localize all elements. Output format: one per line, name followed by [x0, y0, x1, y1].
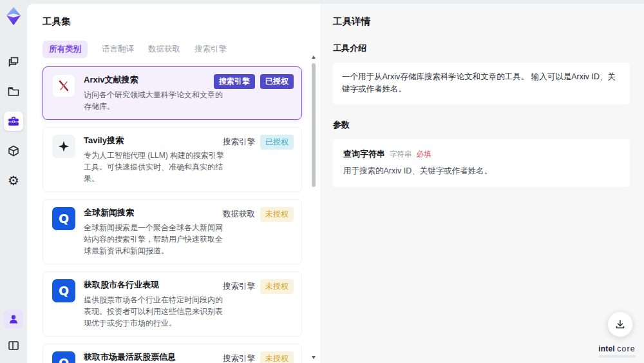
auth-badge: 未授权 [260, 279, 294, 294]
main-content: 工具集 所有类别 语言翻译 数据获取 搜索引擎 A [27, 4, 644, 363]
four-point-star-icon [52, 135, 75, 158]
category-badge: 搜索引擎 [214, 74, 255, 89]
tool-card-global-news[interactable]: Q 全球新闻搜索 全球新闻搜索是一个聚合全球各大新闻网站内容的搜索引擎，帮助用户… [43, 199, 302, 264]
tool-description: 提供股票市场各个行业在特定时间段内的表现。投资者可以利用这些信息来识别表现优于或… [84, 294, 227, 329]
tab-data-fetch[interactable]: 数据获取 [148, 41, 180, 58]
chat-icon[interactable] [4, 52, 23, 72]
category-label: 搜索引擎 [223, 137, 255, 148]
blue-q-logo-icon: Q [52, 207, 75, 230]
scrollbar-down-arrow[interactable] [312, 356, 316, 359]
tool-card-arxiv[interactable]: Arxiv文献搜索 访问各个研究领域大量科学论文和文章的存储库。 搜索引擎 已授… [43, 66, 302, 120]
intro-heading: 工具介绍 [333, 43, 630, 54]
user-icon[interactable] [4, 309, 23, 329]
tab-all-categories[interactable]: 所有类别 [43, 41, 88, 58]
arxiv-x-logo-icon [52, 74, 75, 97]
q-logo-letter: Q [59, 211, 69, 226]
param-type: 字符串 [390, 150, 412, 159]
core-logo-text: core [617, 344, 636, 353]
blue-q-logo-icon: Q [52, 279, 75, 302]
tool-card-stock-sectors[interactable]: Q 获取股市各行业表现 提供股票市场各个行业在特定时间段内的表现。投资者可以利用… [43, 271, 302, 337]
auth-badge: 未授权 [260, 207, 294, 222]
sidebar-bottom [4, 309, 23, 355]
category-label: 数据获取 [223, 209, 255, 220]
tool-name: Arxiv文献搜索 [84, 74, 227, 86]
app-window: ⚙ 工具集 所有类别 语言翻译 [0, 0, 644, 363]
tool-meta: 数据获取 未授权 [223, 207, 294, 222]
category-tabs: 所有类别 语言翻译 数据获取 搜索引擎 [43, 41, 306, 58]
param-description: 用于搜索的Arxiv ID、关键字或作者姓名。 [343, 166, 620, 177]
scrollbar-thumb[interactable] [312, 63, 316, 187]
tool-name: 获取市场最活跃股票信息 [84, 351, 227, 363]
scrollbar-up-arrow[interactable] [312, 55, 316, 59]
tab-language-translation[interactable]: 语言翻译 [102, 41, 134, 58]
auth-badge: 已授权 [260, 135, 294, 150]
tools-list: Arxiv文献搜索 访问各个研究领域大量科学论文和文章的存储库。 搜索引擎 已授… [43, 66, 306, 363]
tool-card-active-stocks[interactable]: Q 获取市场最活跃股票信息 提供当天交易量最高的股票列表，投资者可以利用这些信息… [43, 344, 302, 363]
tool-name: 获取股市各行业表现 [84, 279, 227, 291]
app-logo-gem-icon [5, 6, 23, 26]
tool-intro-text: 一个用于从Arxiv存储库搜索科学论文和文章的工具。 输入可以是Arxiv ID… [333, 63, 630, 104]
auth-badge: 已授权 [260, 74, 294, 89]
detail-panel-title: 工具详情 [333, 15, 630, 28]
download-button[interactable] [607, 311, 633, 337]
tab-search-engine[interactable]: 搜索引擎 [194, 41, 227, 58]
gear-glyph: ⚙ [8, 174, 19, 187]
gear-icon[interactable]: ⚙ [4, 171, 23, 190]
download-icon [614, 319, 626, 330]
left-sidebar: ⚙ [0, 0, 27, 363]
panel-toggle-icon[interactable] [4, 336, 23, 355]
cube-icon[interactable] [4, 141, 23, 161]
auth-badge: 未授权 [260, 351, 294, 363]
sidebar-nav: ⚙ [4, 52, 23, 190]
blue-q-logo-icon: Q [52, 351, 75, 363]
list-scrollbar [311, 55, 316, 359]
category-label: 搜索引擎 [223, 281, 255, 292]
brand-subtext-smudge [598, 355, 636, 358]
params-heading: 参数 [333, 119, 630, 131]
param-required-flag: 必填 [417, 150, 431, 159]
q-logo-letter: Q [59, 356, 69, 363]
tool-name: Tavily搜索 [84, 135, 227, 146]
tool-card-tavily[interactable]: Tavily搜索 专为人工智能代理 (LLM) 构建的搜索引擎工具。可快速提供实… [43, 127, 302, 192]
folder-icon[interactable] [4, 82, 23, 101]
tool-meta: 搜索引擎 已授权 [223, 135, 294, 150]
category-label: 搜索引擎 [223, 353, 255, 363]
param-name: 查询字符串 [343, 148, 385, 160]
param-card: 查询字符串 字符串 必填 用于搜索的Arxiv ID、关键字或作者姓名。 [333, 139, 630, 187]
tool-meta: 搜索引擎 已授权 [214, 74, 294, 89]
tool-detail-panel: 工具详情 工具介绍 一个用于从Arxiv存储库搜索科学论文和文章的工具。 输入可… [320, 4, 644, 363]
param-head: 查询字符串 字符串 必填 [343, 148, 620, 160]
toolbox-icon[interactable] [4, 112, 23, 131]
tool-description: 专为人工智能代理 (LLM) 构建的搜索引擎工具。可快速提供实时、准确和真实的结… [84, 150, 227, 184]
tool-name: 全球新闻搜索 [84, 207, 227, 219]
tool-meta: 搜索引擎 未授权 [223, 279, 294, 294]
intel-logo-text: intel [598, 344, 615, 353]
intel-core-logo: intel core [598, 345, 636, 358]
tool-meta: 搜索引擎 未授权 [223, 351, 294, 363]
page-title: 工具集 [43, 15, 306, 28]
tools-list-panel: 工具集 所有类别 语言翻译 数据获取 搜索引擎 A [27, 4, 320, 363]
tool-description: 访问各个研究领域大量科学论文和文章的存储库。 [84, 89, 227, 112]
tool-description: 全球新闻搜索是一个聚合全球各大新闻网站内容的搜索引擎，帮助用户快速获取全球最新资… [84, 222, 227, 257]
q-logo-letter: Q [59, 284, 69, 298]
